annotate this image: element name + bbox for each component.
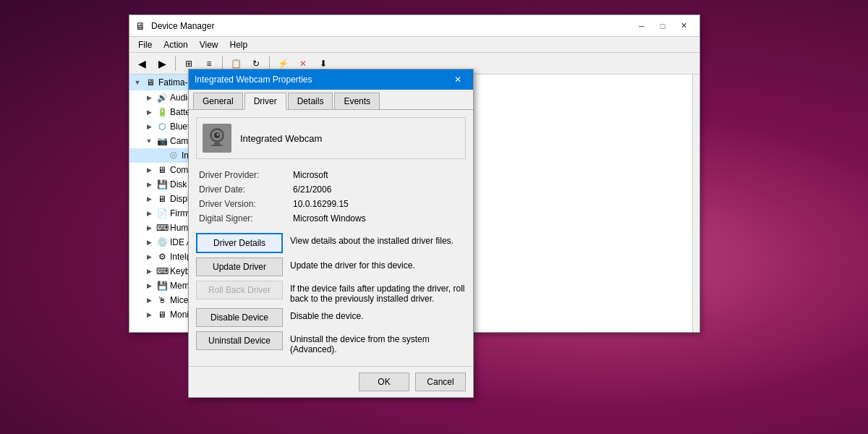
monitors-chevron: ▶ <box>144 310 154 320</box>
minimize-button[interactable]: ─ <box>631 18 652 34</box>
disable-device-button[interactable]: Disable Device <box>196 308 283 327</box>
menubar: File Action View Help <box>129 37 699 53</box>
driver-signer-row: Digital Signer: Microsoft Windows <box>196 211 466 226</box>
dialog-body: Integrated Webcam Driver Provider: Micro… <box>189 110 473 366</box>
version-label: Driver Version: <box>196 197 290 211</box>
batteries-icon: 🔋 <box>156 106 168 118</box>
keyboards-chevron: ▶ <box>144 266 154 276</box>
firmware-icon: 📄 <box>156 208 168 219</box>
version-value: 10.0.16299.15 <box>290 197 466 211</box>
driver-info-table: Driver Provider: Microsoft Driver Date: … <box>196 168 466 226</box>
uninstall-device-row: Uninstall Device Uninstall the device fr… <box>196 331 466 354</box>
window-title: Device Manager <box>151 21 631 31</box>
update-driver-desc: Update the driver for this device. <box>290 258 466 271</box>
bluetooth-icon: ⬡ <box>156 121 168 132</box>
back-button[interactable]: ◀ <box>132 55 151 72</box>
batteries-chevron: ▶ <box>144 107 154 117</box>
hid-chevron: ▶ <box>144 223 154 233</box>
intel-chevron: ▶ <box>144 252 154 262</box>
dialog-tabs: General Driver Details Events <box>189 90 473 110</box>
monitors-icon: 🖥 <box>156 309 168 320</box>
date-label: Driver Date: <box>196 182 290 197</box>
bluetooth-chevron: ▶ <box>144 122 154 132</box>
update-driver-button[interactable]: Update Driver <box>196 258 283 276</box>
ok-button[interactable]: OK <box>359 373 409 391</box>
window-titlebar: 🖥 Device Manager ─ □ ✕ <box>129 15 699 37</box>
memory-chevron: ▶ <box>144 281 154 291</box>
close-button[interactable]: ✕ <box>673 18 694 34</box>
ide-icon: 💿 <box>156 237 168 248</box>
provider-label: Driver Provider: <box>196 168 290 182</box>
memory-icon: 💾 <box>156 280 168 292</box>
signer-value: Microsoft Windows <box>290 211 466 226</box>
display-chevron: ▶ <box>144 194 154 204</box>
mice-chevron: ▶ <box>144 295 154 305</box>
rollback-driver-row: Roll Back Driver If the device fails aft… <box>196 281 466 304</box>
driver-details-row: Driver Details View details about the in… <box>196 233 466 253</box>
driver-date-row: Driver Date: 6/21/2006 <box>196 182 466 197</box>
hid-icon: ⌨ <box>156 222 168 234</box>
audio-icon: 🔊 <box>156 92 168 103</box>
menu-view[interactable]: View <box>194 38 224 51</box>
root-icon: 🖥 <box>145 77 156 88</box>
window-icon: 🖥 <box>135 20 147 32</box>
right-scrollbar[interactable] <box>692 75 699 332</box>
forward-button[interactable]: ▶ <box>153 55 171 72</box>
maximize-button[interactable]: □ <box>652 18 673 34</box>
root-chevron: ▼ <box>132 77 142 88</box>
dialog-close-button[interactable]: ✕ <box>448 72 467 88</box>
signer-label: Digital Signer: <box>196 211 290 226</box>
update-driver-row: Update Driver Update the driver for this… <box>196 258 466 276</box>
dialog-footer: OK Cancel <box>189 366 473 397</box>
driver-details-desc: View details about the installed driver … <box>290 233 466 246</box>
properties-dialog: Integrated Webcam Properties ✕ General D… <box>188 69 474 398</box>
cameras-icon: 📷 <box>156 135 168 147</box>
provider-value: Microsoft <box>290 168 466 182</box>
driver-version-row: Driver Version: 10.0.16299.15 <box>196 197 466 211</box>
ide-chevron: ▶ <box>144 237 154 247</box>
desktop: 🖥 Device Manager ─ □ ✕ File Action View … <box>0 0 868 434</box>
menu-help[interactable]: Help <box>224 38 254 51</box>
disk-chevron: ▶ <box>144 179 154 190</box>
cameras-chevron: ▼ <box>144 136 154 146</box>
disable-device-row: Disable Device Disable the device. <box>196 308 466 327</box>
uninstall-device-button[interactable]: Uninstall Device <box>196 331 283 350</box>
computer-chevron: ▶ <box>144 165 154 175</box>
menu-action[interactable]: Action <box>158 38 193 51</box>
svg-point-3 <box>217 134 219 136</box>
toolbar-separator-1 <box>175 56 176 71</box>
device-icon <box>203 124 231 153</box>
rollback-driver-desc: If the device fails after updating the d… <box>290 281 466 304</box>
driver-details-button[interactable]: Driver Details <box>196 233 283 253</box>
intel-icon: ⚙ <box>156 251 168 263</box>
keyboards-icon: ⌨ <box>156 265 168 277</box>
menu-file[interactable]: File <box>132 38 158 51</box>
device-name: Integrated Webcam <box>240 133 322 144</box>
driver-provider-row: Driver Provider: Microsoft <box>196 168 466 182</box>
display-icon: 🖥 <box>156 193 168 205</box>
device-header: Integrated Webcam <box>196 117 466 159</box>
uninstall-device-desc: Uninstall the device from the system (Ad… <box>290 331 466 354</box>
cancel-button[interactable]: Cancel <box>415 373 466 391</box>
mice-icon: 🖱 <box>156 294 168 306</box>
firmware-chevron: ▶ <box>144 208 154 218</box>
disable-device-desc: Disable the device. <box>290 308 466 321</box>
rollback-driver-button[interactable]: Roll Back Driver <box>196 281 283 299</box>
dialog-titlebar: Integrated Webcam Properties ✕ <box>189 69 473 90</box>
dialog-title: Integrated Webcam Properties <box>195 75 448 85</box>
webcam-svg <box>205 127 229 150</box>
computer-icon: 🖥 <box>156 164 168 176</box>
date-value: 6/21/2006 <box>290 182 466 197</box>
audio-chevron: ▶ <box>144 93 154 103</box>
titlebar-buttons: ─ □ ✕ <box>631 18 694 34</box>
webcam-icon: ⦾ <box>168 150 179 161</box>
svg-rect-5 <box>211 145 223 146</box>
disk-icon: 💾 <box>156 179 168 190</box>
tab-driver[interactable]: Driver <box>244 93 286 110</box>
tab-general[interactable]: General <box>193 93 243 109</box>
tab-events[interactable]: Events <box>334 93 380 109</box>
tab-details[interactable]: Details <box>288 93 333 109</box>
